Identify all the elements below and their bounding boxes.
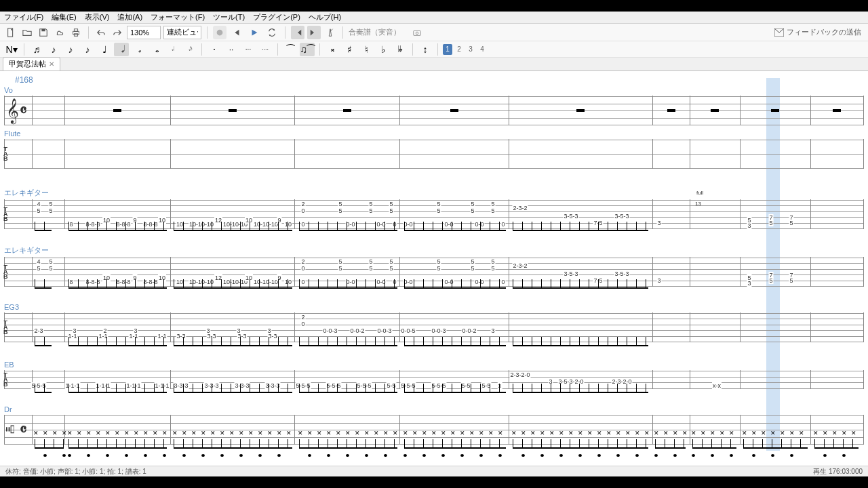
menu-help[interactable]: ヘルプ(H) <box>304 12 345 22</box>
track-label: Vo <box>4 86 864 94</box>
sharp-icon[interactable]: ♯ <box>342 43 357 56</box>
tab-bar: 甲賀忍法帖 ✕ <box>0 58 868 71</box>
doubleflat-icon[interactable]: 𝄫 <box>393 43 408 56</box>
status-bar: 休符; 音価: 小節; 声部: 1; 小節: 1; 拍: 1; 譜表: 1 再生… <box>0 466 868 476</box>
note-1-icon[interactable]: 𝅗 <box>131 43 146 56</box>
play-icon[interactable] <box>247 25 262 40</box>
skip-next-icon[interactable] <box>307 26 321 39</box>
track-label: Dr <box>4 405 864 413</box>
track-label: エレキギター <box>4 188 864 198</box>
menu-edit[interactable]: 編集(E) <box>47 12 81 22</box>
track-label: EB <box>4 361 864 369</box>
track-eg2: エレキギターTAB455588-8-8108-8-898-8-8101010-1… <box>4 245 864 287</box>
layer-4-button[interactable]: 4 <box>477 44 487 55</box>
mail-icon <box>774 28 784 37</box>
note-32-icon[interactable]: ♪ <box>46 43 61 56</box>
layer-1-button[interactable]: 1 <box>443 44 452 55</box>
track-eb: EBTAB5-5-51-1-11-1-11-1-11-1-13-3-33-3-3… <box>4 361 864 389</box>
metronome-icon[interactable] <box>323 26 337 39</box>
print-icon[interactable] <box>69 26 83 39</box>
note-8-icon[interactable]: ♪ <box>80 43 95 56</box>
skip-start-icon[interactable] <box>229 25 244 40</box>
dot3-icon[interactable]: ··· <box>241 43 256 56</box>
undo-icon[interactable] <box>94 26 108 39</box>
track-flute: FluteTAB <box>4 129 864 169</box>
menu-format[interactable]: フォーマット(F) <box>146 12 209 22</box>
track-dr: Dr𝄥𝄦𝄴✕✕✕✕✕✕✕✕✕✕✕✕✕✕✕✕✕✕✕✕✕✕✕✕✕✕✕✕✕✕✕✕✕✕✕… <box>4 405 864 445</box>
note-64-icon[interactable]: ♬ <box>29 43 44 56</box>
menu-tool[interactable]: ツール(T) <box>209 12 249 22</box>
redo-icon[interactable] <box>111 26 124 39</box>
note-breve-icon[interactable]: 𝆹𝅥 <box>165 43 180 56</box>
status-left: 休符; 音価: 小節; 声部: 1; 小節: 1; 拍: 1; 譜表: 1 <box>5 467 146 476</box>
loop-icon[interactable] <box>264 25 279 40</box>
skip-prev-icon[interactable] <box>291 26 304 39</box>
track-label: エレキギター <box>4 245 864 256</box>
dot4-icon[interactable]: ···· <box>258 43 273 56</box>
score-mode-label[interactable]: 合奏譜（実音） <box>349 27 401 37</box>
note-whole-icon[interactable]: 𝅝 <box>148 43 163 56</box>
doublesharp-icon[interactable]: 𝄪 <box>325 43 340 56</box>
svg-point-5 <box>217 29 223 35</box>
track-vo: Vo𝄞𝄴 <box>4 86 864 125</box>
dot-icon[interactable]: · <box>207 43 222 56</box>
cloud-icon[interactable] <box>53 26 66 39</box>
flat-icon[interactable]: ♭ <box>376 43 391 56</box>
menu-view[interactable]: 表示(V) <box>81 12 114 22</box>
menu-add[interactable]: 追加(A) <box>113 12 146 22</box>
note-16-icon[interactable]: ♪ <box>63 43 78 56</box>
note-longa-icon[interactable]: 𝆹𝅥𝅮 <box>182 43 197 56</box>
record-button[interactable] <box>213 26 226 39</box>
note-4-icon[interactable]: ♩ <box>97 43 112 56</box>
note-2-icon[interactable]: 𝅗𝅥 <box>114 43 129 56</box>
main-toolbar: 合奏譜（実音） <box>0 24 868 41</box>
svg-rect-1 <box>41 28 45 31</box>
document-tab[interactable]: 甲賀忍法帖 ✕ <box>3 57 60 70</box>
new-file-icon[interactable] <box>4 26 18 39</box>
natural-icon[interactable]: ♮ <box>359 43 374 56</box>
menu-plugin[interactable]: プラグイン(P) <box>249 12 304 22</box>
measure-number: #168 <box>15 75 33 85</box>
track-label: EG3 <box>4 303 864 311</box>
flip-icon[interactable]: ↕ <box>418 43 433 56</box>
svg-rect-7 <box>414 30 421 35</box>
layer-3-button[interactable]: 3 <box>466 44 475 55</box>
note-toolbar: N▾ ♬ ♪ ♪ ♪ ♩ 𝅗𝅥 𝅗 𝅝 𝆹𝅥 𝆹𝅥𝅮 · ·· ··· ····… <box>0 41 868 58</box>
note-input-icon[interactable]: N▾ <box>4 43 19 56</box>
camera-icon[interactable] <box>410 26 424 39</box>
menu-bar: ファイル(F) 編集(E) 表示(V) 追加(A) フォーマット(F) ツール(… <box>0 12 868 24</box>
score-area[interactable]: #168 Vo𝄞𝄴FluteTABエレキギターTAB455588-8-8108-… <box>0 71 868 458</box>
svg-point-8 <box>416 32 418 35</box>
track-label: Flute <box>4 129 864 138</box>
track-eg3: EG3TAB2-31-131-121-131-13-333-333-333-32… <box>4 303 864 342</box>
dot2-icon[interactable]: ·· <box>224 43 239 56</box>
status-right: 再生 176:03:000 <box>813 467 863 476</box>
svg-rect-3 <box>74 28 77 31</box>
slur-icon[interactable]: ♫⁀ <box>300 43 315 56</box>
tie-icon[interactable]: ⁀ <box>283 43 298 56</box>
view-mode-select[interactable] <box>163 26 201 39</box>
close-tab-icon[interactable]: ✕ <box>49 60 54 68</box>
menu-file[interactable]: ファイル(F) <box>0 12 47 22</box>
open-folder-icon[interactable] <box>20 26 34 39</box>
zoom-select[interactable] <box>127 26 161 39</box>
layer-2-button[interactable]: 2 <box>454 44 464 55</box>
save-icon[interactable] <box>37 26 50 39</box>
track-eg1: エレキギターTAB455588-8-8108-8-898-8-8101010-1… <box>4 188 864 229</box>
feedback-link[interactable]: フィードバックの送信 <box>774 27 861 37</box>
